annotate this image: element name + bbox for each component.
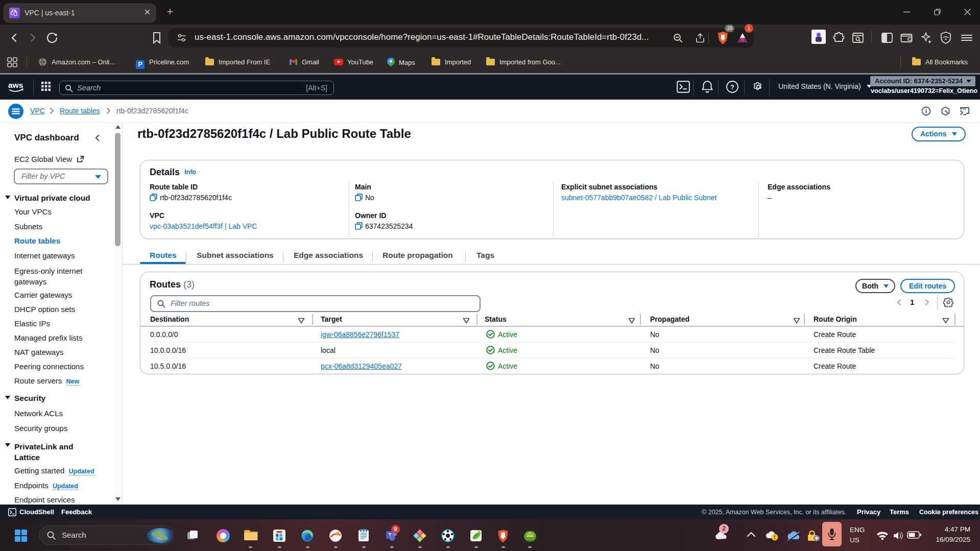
svg-text:!: ! — [774, 535, 775, 540]
svg-text:aws: aws — [8, 81, 23, 89]
svg-text:?: ? — [730, 83, 734, 91]
